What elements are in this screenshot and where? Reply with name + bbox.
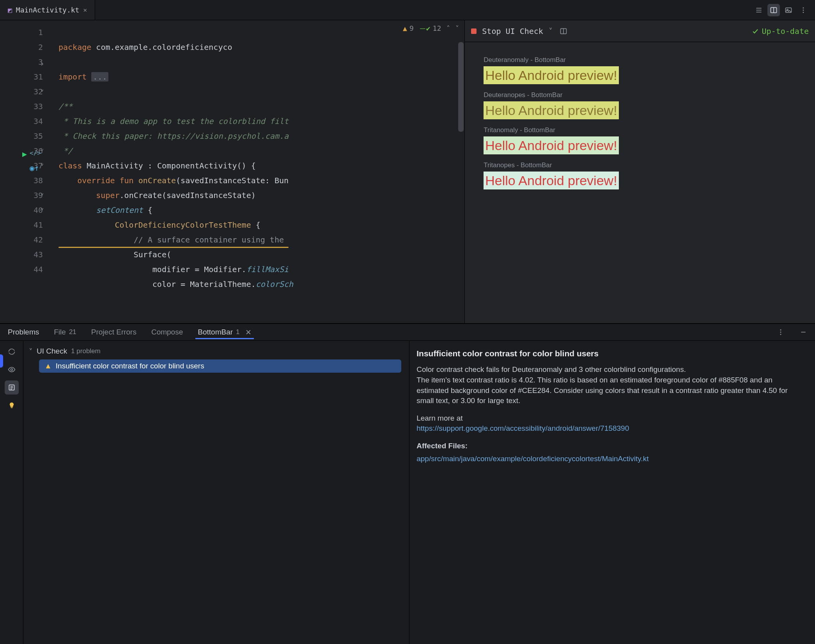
warning-icon: ▲ [44, 362, 52, 370]
chevron-down-icon[interactable]: ˅ [455, 24, 459, 32]
preview-label: Deuteranomaly - BottomBar [484, 56, 808, 64]
tree-problem-item[interactable]: ▲ Insufficient color contrast for color … [39, 359, 401, 373]
tab-project-errors[interactable]: Project Errors [89, 326, 139, 339]
preview-render[interactable]: Hello Android preview! [484, 136, 618, 154]
code-editor[interactable]: ▲9 ⸺✔12 ˄ ˅ 1 2 3› 31 32˅ 33 34 35 36˅▶<… [0, 20, 464, 323]
details-icon[interactable] [5, 380, 19, 395]
svg-point-7 [803, 7, 804, 8]
stop-icon[interactable] [471, 28, 477, 34]
tab-file[interactable]: File21 [51, 326, 79, 339]
preview-label: Tritanopes - BottomBar [484, 161, 808, 169]
svg-point-9 [803, 12, 804, 13]
detail-title: Insufficient color contrast for color bl… [416, 348, 803, 359]
design-view-icon[interactable] [782, 4, 795, 16]
line-gutter: 1 2 3› 31 32˅ 33 34 35 36˅▶</> 37˅◉↑ 38 … [0, 20, 47, 323]
problems-tab-bar: Problems File21 Project Errors Compose B… [0, 324, 815, 341]
detail-text: The item's text contrast ratio is 4.02. … [416, 376, 788, 405]
editor-tab-label: MainActivity.kt [16, 6, 80, 14]
compose-preview-panel: Stop UI Check ˅ Up-to-date Deuteranomaly… [464, 20, 815, 323]
affected-files-label: Affected Files: [416, 441, 803, 451]
close-tab-icon[interactable]: ✕ [83, 6, 87, 14]
check-count: 12 [433, 24, 441, 32]
more-icon[interactable] [774, 326, 787, 338]
chevron-up-icon[interactable]: ˄ [446, 24, 450, 32]
chevron-down-icon[interactable]: ˅ [29, 347, 33, 356]
svg-rect-21 [11, 407, 12, 408]
preview-render[interactable]: Hello Android preview! [484, 66, 618, 84]
svg-point-14 [780, 334, 781, 335]
preview-action-label[interactable]: Stop UI Check [482, 27, 543, 36]
bulb-icon[interactable] [5, 398, 19, 412]
layout-icon[interactable] [558, 25, 569, 37]
svg-point-13 [780, 332, 781, 333]
kotlin-file-icon: ◩ [8, 6, 12, 14]
svg-point-12 [780, 329, 781, 331]
fold-chevron-icon[interactable]: ˅ [37, 204, 47, 219]
preview-label: Tritanomaly - BottomBar [484, 126, 808, 134]
preview-label: Deuteranopes - BottomBar [484, 91, 808, 99]
editor-tab[interactable]: ◩ MainActivity.kt ✕ [0, 0, 95, 20]
preview-toolbar: Stop UI Check ˅ Up-to-date [465, 20, 815, 42]
preview-render[interactable]: Hello Android preview! [484, 101, 618, 119]
code-area[interactable]: package com.example.colordeficiencyco im… [47, 20, 464, 323]
tab-problems[interactable]: Problems [5, 326, 41, 339]
check-icon: ⸺✔ [419, 24, 431, 32]
problem-detail: Insufficient color contrast for color bl… [409, 341, 815, 644]
affected-file-link[interactable]: app/src/main/java/com/example/colordefic… [416, 455, 648, 463]
problems-panel: ˅ UI Check 1 problem ▲ Insufficient colo… [0, 341, 815, 644]
warning-count: 9 [409, 24, 414, 32]
side-handle[interactable] [0, 354, 3, 368]
detail-learn: Learn more at [416, 414, 462, 422]
learn-more-link[interactable]: https://support.google.com/accessibility… [416, 424, 629, 432]
inspection-badges[interactable]: ▲9 ⸺✔12 ˄ ˅ [403, 24, 459, 32]
preview-render[interactable]: Hello Android preview! [484, 172, 618, 189]
svg-point-8 [803, 9, 804, 11]
minimize-panel-icon[interactable] [797, 326, 810, 338]
list-view-icon[interactable] [753, 4, 765, 16]
editor-tab-bar: ◩ MainActivity.kt ✕ [0, 0, 815, 20]
tree-group[interactable]: ˅ UI Check 1 problem [27, 345, 404, 358]
editor-scrollbar[interactable] [458, 42, 464, 132]
svg-point-16 [11, 369, 12, 371]
fold-chevron-icon[interactable]: ˅ [37, 189, 47, 204]
override-icon[interactable]: ◉↑ [30, 161, 39, 175]
problems-tree[interactable]: ˅ UI Check 1 problem ▲ Insufficient colo… [23, 341, 409, 644]
split-view-icon[interactable] [767, 4, 780, 16]
eye-icon[interactable] [5, 363, 19, 377]
more-icon[interactable] [797, 4, 810, 16]
problems-rail [0, 341, 23, 644]
tab-bottombar[interactable]: BottomBar1 ✕ [195, 326, 253, 339]
preview-status: Up-to-date [752, 27, 809, 36]
fold-chevron-icon[interactable]: › [37, 56, 47, 71]
fold-chevron-icon[interactable]: ˅ [37, 86, 47, 101]
detail-text: Color contrast check fails for Deuterano… [416, 365, 686, 373]
refresh-icon[interactable] [5, 345, 19, 359]
tab-compose[interactable]: Compose [149, 326, 185, 339]
warning-icon: ▲ [403, 24, 407, 32]
close-tab-icon[interactable]: ✕ [245, 328, 252, 337]
chevron-down-icon[interactable]: ˅ [549, 27, 553, 36]
